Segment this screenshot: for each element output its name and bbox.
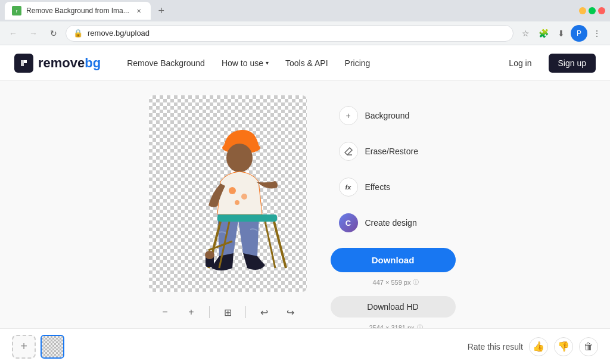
undo-icon: ↩ (260, 307, 268, 318)
thumbs-up-icon: 👍 (533, 341, 544, 352)
tab-title: Remove Background from Ima... (26, 7, 129, 15)
logo-bg: bg (85, 55, 101, 70)
background-icon: + (339, 106, 358, 125)
effects-tool[interactable]: fx Effects (331, 172, 462, 203)
nav-pricing-label: Pricing (345, 58, 371, 68)
forward-button[interactable]: → (25, 25, 42, 42)
nav-remove-background-label: Remove Background (127, 58, 205, 68)
download-size-info: 447 × 559 px ⓘ (331, 278, 462, 287)
new-tab-button[interactable]: + (153, 2, 170, 19)
fit-view-button[interactable]: ⊞ (219, 304, 236, 321)
minimize-button[interactable] (579, 7, 586, 14)
nav-actions: Log in Sign up (499, 54, 596, 73)
tab-close-button[interactable]: ✕ (134, 6, 144, 15)
add-image-button[interactable]: + (12, 335, 36, 359)
create-design-label: Create design (365, 218, 417, 228)
nav-remove-background[interactable]: Remove Background (120, 54, 212, 73)
thumbnail-strip: + (12, 335, 64, 359)
download-icon[interactable]: ⬇ (553, 25, 569, 42)
info-icon: ⓘ (413, 278, 419, 287)
effects-label: Effects (365, 182, 391, 192)
window-controls (579, 7, 605, 14)
fit-icon: ⊞ (224, 307, 232, 318)
rate-section: Rate this result 👍 👎 🗑 (468, 337, 598, 356)
delete-button[interactable]: 🗑 (579, 337, 598, 356)
background-tool[interactable]: + Background (331, 100, 462, 131)
reload-button[interactable]: ↻ (45, 25, 62, 42)
website-content: removebg Remove Background How to use ▾ … (0, 45, 610, 364)
toolbar-divider (209, 306, 210, 318)
logo-text: removebg (38, 55, 101, 71)
create-design-icon: C (339, 213, 358, 232)
thumbs-down-icon: 👎 (558, 341, 569, 352)
nav-links: Remove Background How to use ▾ Tools & A… (120, 54, 499, 73)
erase-restore-icon (339, 142, 358, 161)
browser-toolbar-icons: ☆ 🧩 ⬇ P ⋮ (517, 25, 605, 42)
side-panel: + Background Erase/Restore fx Effects (331, 95, 462, 332)
download-button[interactable]: Download (331, 248, 456, 272)
maximize-button[interactable] (589, 7, 596, 14)
zoom-in-button[interactable]: + (183, 304, 200, 321)
undo-button[interactable]: ↩ (256, 304, 272, 321)
image-toolbar: − + ⊞ ↩ ↪ (149, 299, 307, 325)
nav-how-to-use-label: How to use (222, 58, 263, 68)
image-thumbnail[interactable] (41, 335, 64, 359)
lock-icon: 🔒 (73, 29, 83, 38)
svg-point-3 (241, 194, 247, 200)
thumbs-up-button[interactable]: 👍 (529, 337, 548, 356)
svg-point-7 (205, 251, 214, 259)
site-nav: removebg Remove Background How to use ▾ … (0, 45, 610, 81)
redo-icon: ↪ (287, 307, 294, 318)
close-button[interactable] (598, 7, 605, 14)
thumbs-down-button[interactable]: 👎 (554, 337, 573, 356)
toolbar-divider-2 (245, 306, 246, 318)
url-text: remove.bg/upload (88, 29, 150, 38)
erase-restore-tool[interactable]: Erase/Restore (331, 136, 462, 167)
login-button[interactable]: Log in (499, 54, 541, 73)
zoom-out-button[interactable]: − (157, 304, 173, 321)
rate-label: Rate this result (468, 342, 523, 351)
image-container: − + ⊞ ↩ ↪ (149, 95, 307, 325)
profile-icon[interactable]: P (571, 25, 587, 42)
site-logo[interactable]: removebg (14, 54, 101, 73)
svg-rect-5 (217, 214, 277, 222)
browser-titlebar: r Remove Background from Ima... ✕ + (0, 0, 610, 21)
tab-favicon: r (12, 6, 21, 15)
svg-point-4 (235, 200, 239, 205)
thumb-preview (42, 336, 63, 357)
nav-tools-api[interactable]: Tools & API (278, 54, 335, 73)
create-design-tool[interactable]: C Create design (331, 207, 462, 238)
svg-point-2 (229, 187, 236, 194)
svg-point-1 (226, 144, 253, 172)
nav-how-to-use[interactable]: How to use ▾ (214, 54, 276, 73)
background-label: Background (365, 111, 410, 120)
extension-icon[interactable]: 🧩 (535, 25, 552, 42)
person-svg (149, 95, 307, 292)
chevron-down-icon: ▾ (266, 60, 269, 66)
browser-tab[interactable]: r Remove Background from Ima... ✕ (5, 2, 151, 20)
main-content: − + ⊞ ↩ ↪ (0, 81, 610, 364)
logo-icon (14, 54, 33, 73)
trash-icon: 🗑 (584, 341, 593, 352)
address-bar[interactable]: 🔒 remove.bg/upload (66, 25, 513, 42)
signup-button[interactable]: Sign up (549, 54, 596, 73)
erase-restore-label: Erase/Restore (365, 147, 418, 156)
nav-pricing[interactable]: Pricing (338, 54, 378, 73)
bottom-bar: + Rate this result 👍 👎 🗑 (0, 328, 610, 364)
effects-icon: fx (339, 178, 358, 197)
logo-remove: remove (38, 55, 85, 70)
back-button[interactable]: ← (5, 25, 21, 42)
download-hd-button[interactable]: Download HD (331, 296, 456, 318)
nav-tools-api-label: Tools & API (285, 58, 328, 68)
image-canvas[interactable] (149, 95, 307, 292)
bookmark-star-icon[interactable]: ☆ (517, 25, 534, 42)
browser-toolbar: ← → ↻ 🔒 remove.bg/upload ☆ 🧩 ⬇ P ⋮ (0, 21, 610, 45)
menu-icon[interactable]: ⋮ (589, 25, 605, 42)
redo-button[interactable]: ↪ (282, 304, 298, 321)
